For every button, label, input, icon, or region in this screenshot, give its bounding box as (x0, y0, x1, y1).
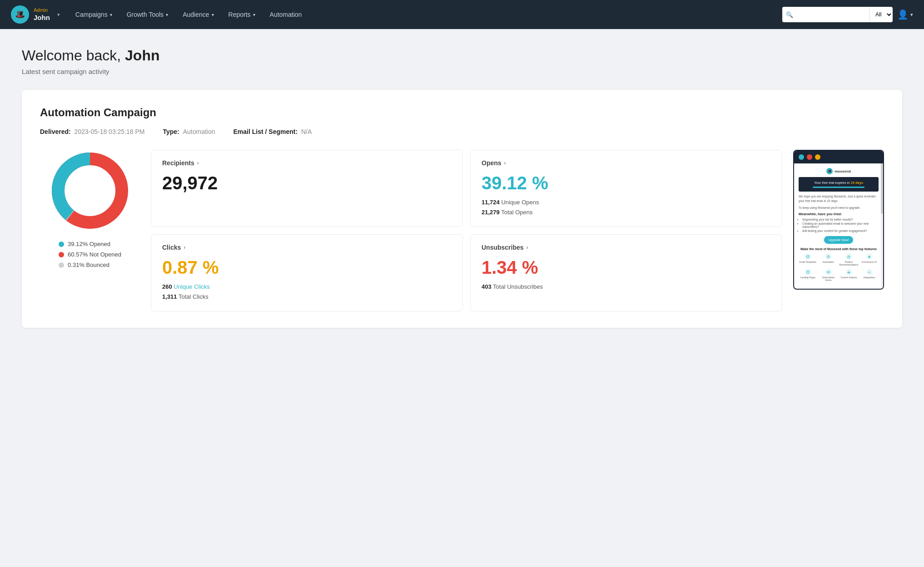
stat-opens-header: Opens › (482, 159, 771, 167)
opens-unique-count: 11,724 (482, 199, 500, 206)
landing-pages-icon (805, 269, 811, 275)
type-value: Automation (183, 128, 215, 135)
type-label: Type: (163, 128, 179, 135)
stat-unsubscribes-header: Unsubscribes › (482, 244, 771, 251)
svg-rect-3 (807, 256, 809, 258)
svg-rect-7 (848, 256, 850, 258)
nav-item-campaigns[interactable]: Campaigns ▾ (69, 7, 119, 22)
automation-feature-label: Automation (823, 261, 834, 263)
preview-feature-2: Automation (819, 253, 838, 266)
preview-scrollbar (881, 163, 883, 289)
clicks-link-arrow[interactable]: › (184, 244, 185, 251)
opens-unique-label: Unique Opens (501, 199, 539, 206)
unsubscribes-link-arrow[interactable]: › (527, 244, 528, 251)
nav-item-reports-label: Reports (229, 11, 251, 18)
svg-rect-15 (849, 271, 850, 273)
chart-legend: 39.12% Opened 60.57% Not Opened 0.31% Bo… (59, 241, 121, 268)
delivered-value: 2023-05-18 03:25:18 PM (75, 128, 145, 135)
preview-cta-button[interactable]: Upgrade Now! (824, 236, 854, 244)
recipients-label: Recipients (162, 159, 194, 167)
preview-list-item-1: Segmenting your list for better results? (802, 218, 879, 221)
legend-bounced: 0.31% Bounced (59, 261, 121, 268)
nav-brand: 🎩 Admin John ▾ (11, 5, 60, 24)
welcome-subtitle: Latest sent campaign activity (22, 68, 902, 75)
donut-section: 39.12% Opened 60.57% Not Opened 0.31% Bo… (40, 150, 140, 268)
email-templates-label: Email Templates (800, 261, 816, 263)
nav-item-automation[interactable]: Automation (263, 7, 308, 22)
preview-logo-icon: 🎩 (826, 168, 833, 174)
email-templates-icon (805, 253, 811, 260)
preview-body-text2: To keep using Moosend you'll need to upg… (799, 206, 879, 210)
welcome-title: Welcome back, John (22, 47, 902, 64)
svg-rect-13 (848, 272, 848, 273)
donut-chart (49, 150, 131, 232)
campaign-email-list: Email List / Segment: N/A (233, 128, 312, 135)
legend-bounced-label: 0.31% Bounced (68, 261, 109, 268)
nav-item-audience[interactable]: Audience ▾ (176, 7, 220, 22)
user-dropdown-arrow[interactable]: ▾ (57, 12, 60, 18)
nav-item-growth-tools[interactable]: Growth Tools ▾ (120, 7, 174, 22)
svg-point-17 (869, 271, 870, 272)
stats-layout: 39.12% Opened 60.57% Not Opened 0.31% Bo… (40, 150, 884, 311)
product-recommendations-icon (845, 253, 852, 260)
preview-banner-text: Your free trial expires in 15 days (814, 181, 863, 185)
recipients-value: 29,972 (162, 174, 452, 192)
search-box: 🔍 All (782, 7, 893, 22)
navbar: 🎩 Admin John ▾ Campaigns ▾ Growth Tools … (0, 0, 924, 29)
preview-scrollthumb[interactable] (881, 163, 883, 214)
nav-user-role: Admin (34, 7, 50, 13)
main-content: Welcome back, John Latest sent campaign … (0, 29, 924, 346)
nav-items: Campaigns ▾ Growth Tools ▾ Audience ▾ Re… (69, 7, 782, 22)
growth-tools-dropdown-arrow: ▾ (166, 12, 168, 17)
welcome-text: Welcome back, (22, 47, 125, 64)
nav-user-avatar[interactable]: 👤 ▾ (897, 9, 913, 20)
opens-link-arrow[interactable]: › (504, 160, 506, 166)
preview-feature-1: Email Templates (799, 253, 817, 266)
preview-feature-3: Product Recommendations (840, 253, 859, 266)
nav-user-info: Admin John (34, 7, 50, 21)
campaign-title: Automation Campaign (40, 106, 884, 119)
preview-logo-text: moosend (835, 169, 851, 173)
campaigns-dropdown-arrow: ▾ (110, 12, 112, 17)
search-input[interactable] (797, 9, 869, 21)
ecommerce-ai-label: Ecommerce AI (862, 261, 877, 263)
nav-item-reports[interactable]: Reports ▾ (222, 7, 262, 22)
stat-recipients: Recipients › 29,972 (151, 150, 463, 227)
preview-body-text1: We hope you are enjoying Moosend. Just a… (799, 194, 879, 203)
search-select[interactable]: All (870, 8, 893, 21)
svg-point-6 (828, 256, 829, 257)
nav-item-growth-tools-label: Growth Tools (127, 11, 164, 18)
unsubscribes-value: 1.34 % (482, 258, 771, 276)
preview-features-title: Make the most of Moosend with these top … (799, 247, 879, 251)
opens-sub: 11,724 Unique Opens 21,279 Total Opens (482, 197, 771, 217)
unsubscribes-total-count: 403 (482, 283, 492, 290)
campaign-type: Type: Automation (163, 128, 215, 135)
integrations-label: Integrations (863, 276, 875, 279)
search-icon: 🔍 (782, 9, 797, 21)
unsubscribes-label: Unsubscribes (482, 244, 524, 251)
preview-list-item-3: A/B testing your content for greater eng… (802, 229, 879, 232)
stat-clicks: Clicks › 0.87 % 260 Unique Clicks 1,311 … (151, 234, 463, 311)
subscription-forms-label: Subscription Forms (819, 276, 838, 281)
audience-dropdown-arrow: ▾ (212, 12, 214, 17)
legend-dot-opened (59, 242, 64, 247)
legend-opened-label: 39.12% Opened (68, 241, 110, 247)
ecommerce-ai-icon (866, 253, 873, 260)
preview-feature-7: Custom Reports (840, 269, 858, 281)
preview-feature-6: Subscription Forms (819, 269, 838, 281)
preview-progress-bar (813, 187, 865, 188)
clicks-value: 0.87 % (162, 258, 452, 276)
opens-label: Opens (482, 159, 502, 167)
recipients-link-arrow[interactable]: › (197, 160, 199, 166)
email-preview: 🎩 moosend Your free trial expires in 15 … (793, 150, 884, 290)
legend-opened: 39.12% Opened (59, 241, 121, 247)
nav-item-audience-label: Audience (183, 11, 209, 18)
preview-list: Segmenting your list for better results?… (799, 218, 879, 232)
clicks-total-label: Total Clicks (179, 293, 209, 300)
clicks-unique-count: 260 (162, 283, 172, 290)
user-icon: 👤 (897, 9, 909, 20)
legend-dot-not-opened (59, 252, 64, 257)
opens-total-label: Total Opens (501, 209, 532, 216)
campaign-card: Automation Campaign Delivered: 2023-05-1… (22, 90, 902, 328)
landing-pages-label: Landing Pages (800, 276, 815, 279)
